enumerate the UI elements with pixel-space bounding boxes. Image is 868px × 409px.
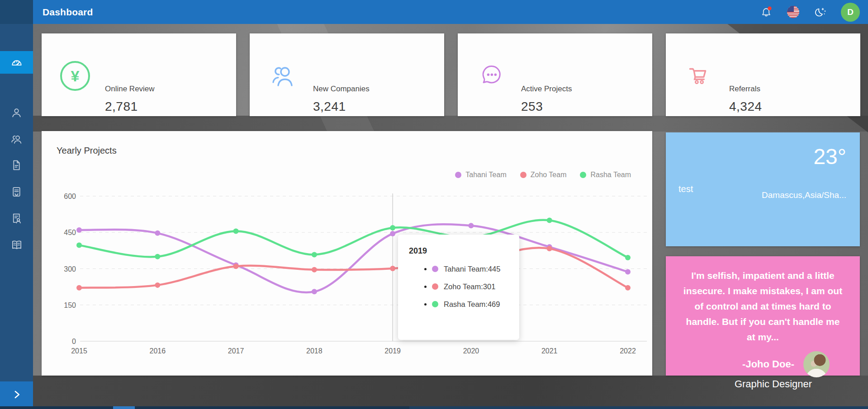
sidebar-item-profile[interactable] <box>0 101 33 124</box>
series-dot <box>432 266 438 272</box>
sidebar-item-team[interactable] <box>0 127 33 150</box>
sidebar-nav <box>0 24 33 409</box>
chat-bubble-icon <box>478 62 505 89</box>
legend-item-rasha[interactable]: Rasha Team <box>580 171 631 179</box>
series-dot <box>432 283 438 290</box>
tooltip-year: 2019 <box>409 246 508 256</box>
us-flag-icon[interactable] <box>787 6 799 18</box>
taskbar-segment <box>409 406 868 409</box>
weather-card: 23° test Damascus,Asia/Sha... <box>666 132 860 246</box>
legend-item-zoho[interactable]: Zoho Team <box>520 171 567 179</box>
bullet-icon <box>424 303 427 306</box>
quote-role: Graphic Designer <box>704 378 843 390</box>
svg-text:2015: 2015 <box>71 347 87 355</box>
legend-dot <box>520 172 526 178</box>
legend-dot <box>580 172 586 178</box>
stat-card-referrals: Referrals 4,324 <box>666 33 860 116</box>
bell-icon <box>759 5 774 19</box>
tooltip-row: Tahani Team:445 <box>424 264 508 274</box>
yearly-projects-panel: 0150300450600201520162017201820192020202… <box>42 131 652 376</box>
legend-dot <box>455 172 461 178</box>
svg-text:2021: 2021 <box>541 347 558 355</box>
bullet-icon <box>424 268 427 270</box>
woman-portrait-photo <box>803 351 830 377</box>
stat-card-active-projects: Active Projects 253 <box>458 33 652 116</box>
svg-text:2016: 2016 <box>149 347 166 355</box>
report-user-icon <box>10 212 23 225</box>
svg-text:600: 600 <box>64 193 76 200</box>
svg-text:2018: 2018 <box>306 347 323 355</box>
weather-location: Damascus,Asia/Sha... <box>762 190 846 200</box>
quote-author: -Joho Doe- <box>742 358 794 370</box>
svg-text:300: 300 <box>64 265 76 273</box>
stat-value: 253 <box>521 99 543 114</box>
page-title: Dashboard <box>43 7 93 18</box>
user-icon <box>10 106 23 119</box>
weather-temperature: 23° <box>813 144 846 169</box>
stat-value: 2,781 <box>105 99 138 114</box>
quote-text: I'm selfish, impatient and a little inse… <box>683 268 843 345</box>
stat-label: Referrals <box>729 85 760 94</box>
bullet-icon <box>424 286 427 288</box>
svg-text:2020: 2020 <box>463 347 479 355</box>
series-dot <box>432 301 438 307</box>
chart-legend: Tahani Team Zoho Team Rasha Team <box>455 171 631 179</box>
dashboard-gauge-icon <box>10 56 24 69</box>
taskbar-highlight <box>113 406 135 409</box>
yen-currency-icon: ¥ <box>60 61 90 91</box>
taskbar-strip <box>0 406 868 409</box>
users-icon <box>10 132 23 146</box>
svg-text:0: 0 <box>72 338 76 345</box>
stat-value: 4,324 <box>729 99 762 114</box>
sidebar-item-library[interactable] <box>0 234 33 256</box>
quote-card: I'm selfish, impatient and a little inse… <box>666 256 860 376</box>
stat-card-online-review: ¥ Online Review 2,781 <box>42 33 236 116</box>
svg-text:450: 450 <box>64 229 76 236</box>
chevron-right-icon <box>11 389 23 400</box>
tooltip-row: Zoho Team:301 <box>424 282 508 291</box>
top-header-bar: Dashboard D <box>33 0 868 24</box>
card-list-icon <box>10 185 23 198</box>
book-icon <box>10 238 24 252</box>
people-icon <box>269 61 298 90</box>
sidebar-item-reports[interactable] <box>0 207 33 230</box>
dark-mode-toggle[interactable] <box>812 5 827 20</box>
svg-text:2019: 2019 <box>384 347 401 355</box>
user-avatar[interactable]: D <box>841 3 860 22</box>
stat-card-new-companies: New Companies 3,241 <box>250 33 444 116</box>
chart-title: Yearly Projects <box>57 146 117 156</box>
dashboard-page: Dashboard D <box>0 0 868 409</box>
tooltip-row: Rasha Team:469 <box>424 299 508 309</box>
svg-text:2022: 2022 <box>620 347 636 355</box>
document-icon <box>10 159 23 172</box>
legend-item-tahani[interactable]: Tahani Team <box>455 171 506 179</box>
quote-author-row: -Joho Doe- <box>683 351 843 377</box>
notifications-button[interactable] <box>759 5 774 20</box>
chart-tooltip: 2019 Tahani Team:445 Zoho Team:301 Rasha… <box>398 235 519 340</box>
stat-label: Active Projects <box>521 85 572 94</box>
sidebar-item-cards[interactable] <box>0 180 33 203</box>
svg-text:2017: 2017 <box>228 347 244 355</box>
sidebar-logo-block <box>0 0 33 24</box>
sidebar-item-documents[interactable] <box>0 154 33 176</box>
sidebar-item-dashboard[interactable] <box>0 51 33 74</box>
weather-name: test <box>678 184 693 194</box>
notification-badge <box>768 6 771 10</box>
stat-value: 3,241 <box>313 99 346 114</box>
shopping-cart-icon <box>686 62 713 89</box>
svg-text:150: 150 <box>64 301 76 309</box>
stat-label: Online Review <box>105 85 155 94</box>
sidebar-expand-button[interactable] <box>0 381 33 407</box>
stat-label: New Companies <box>313 85 370 94</box>
moon-stars-icon <box>812 5 827 20</box>
yearly-projects-chart[interactable]: 0150300450600201520162017201820192020202… <box>42 131 652 376</box>
